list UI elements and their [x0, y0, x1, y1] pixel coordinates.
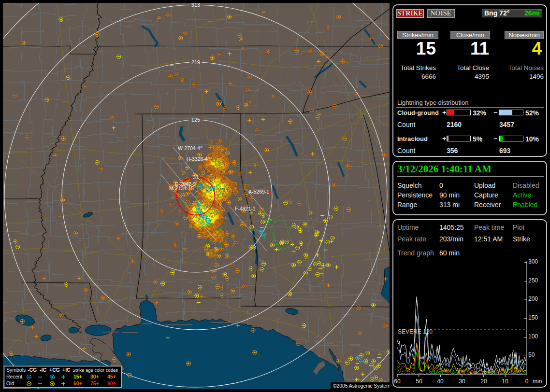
- svg-text:M-2134-15: M-2134-15: [169, 185, 194, 191]
- svg-text:15+: 15+: [73, 374, 82, 379]
- svg-text:H-3326-4^: H-3326-4^: [187, 156, 210, 162]
- svg-text:-IC: -IC: [40, 367, 46, 373]
- svg-text:F-4921-1: F-4921-1: [235, 206, 256, 211]
- svg-text:30+: 30+: [90, 374, 99, 379]
- svg-text:125: 125: [191, 117, 200, 123]
- svg-text:313: 313: [191, 3, 200, 8]
- svg-text:60+: 60+: [73, 380, 82, 386]
- svg-text:+CG: +CG: [49, 367, 60, 373]
- svg-text:W-2704-4^: W-2704-4^: [178, 145, 203, 151]
- svg-text:Recent: Recent: [6, 374, 22, 379]
- svg-text:A-5269-1: A-5269-1: [248, 189, 269, 195]
- svg-text:75+: 75+: [90, 380, 99, 386]
- svg-text:+IC: +IC: [62, 367, 71, 373]
- svg-text:45+: 45+: [107, 374, 116, 379]
- svg-text:Symbols: Symbols: [6, 367, 26, 373]
- svg-text:Strike age color codes: Strike age color codes: [72, 367, 118, 373]
- svg-text:219: 219: [191, 59, 200, 65]
- svg-text:©2005 Astrogenic Systems: ©2005 Astrogenic Systems: [333, 383, 390, 389]
- svg-text:-CG: -CG: [28, 367, 37, 373]
- svg-text:Old: Old: [6, 380, 14, 386]
- svg-text:90+: 90+: [107, 380, 116, 386]
